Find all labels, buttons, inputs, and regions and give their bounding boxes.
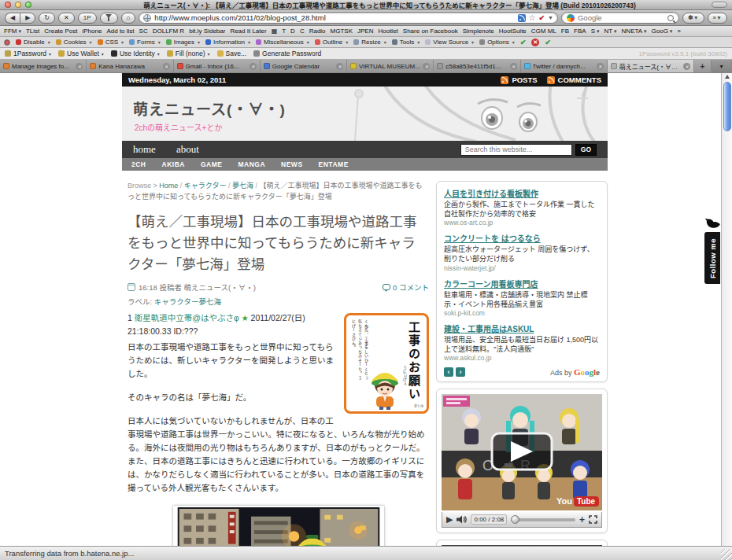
- delicious-check-icon[interactable]: [538, 14, 545, 22]
- new-tab-button[interactable]: [694, 60, 712, 72]
- forward-button[interactable]: ▶: [20, 13, 35, 24]
- category-game[interactable]: GAME: [201, 160, 223, 168]
- bookmark-item[interactable]: GooG: [652, 28, 673, 35]
- bookmark-item[interactable]: FFM: [4, 28, 21, 35]
- category-2ch[interactable]: 2CH: [131, 160, 146, 168]
- tab-close-icon[interactable]: [510, 63, 517, 70]
- use-identity-menu[interactable]: Use Identity: [111, 50, 160, 57]
- back-button[interactable]: ◀: [5, 13, 20, 24]
- devtool-menu[interactable]: CSS: [98, 39, 124, 46]
- tab-close-icon[interactable]: [163, 63, 170, 70]
- bookmark-item[interactable]: D: [290, 28, 295, 35]
- rss-subscribe-icon[interactable]: [518, 14, 526, 22]
- use-wallet-menu[interactable]: Use Wallet: [58, 50, 104, 57]
- label-link-character[interactable]: キャラクター: [154, 297, 199, 306]
- tab-twitter[interactable]: Twitter / dannych...: [521, 60, 608, 72]
- video-play-button[interactable]: [446, 515, 453, 524]
- ads-by-google-label[interactable]: Ads by Google: [550, 367, 600, 377]
- ad-title-link[interactable]: コンクリートを はつるなら: [444, 232, 600, 244]
- fill-menu[interactable]: Fill (none): [167, 50, 210, 57]
- bookmark-item[interactable]: DOLLFM R: [153, 28, 184, 35]
- bookmark-item[interactable]: iPhone: [83, 28, 102, 35]
- fullscreen-icon[interactable]: [589, 515, 597, 524]
- bookmarks-overflow-chevron[interactable]: »: [677, 28, 680, 35]
- video-seek-bar[interactable]: [511, 518, 575, 521]
- category-akiba[interactable]: AKIBA: [162, 160, 185, 168]
- devtool-menu[interactable]: Tools: [392, 39, 420, 46]
- bookmark-item[interactable]: C: [300, 28, 305, 35]
- category-news[interactable]: NEWS: [281, 160, 303, 168]
- bookmark-item[interactable]: Radio: [309, 28, 326, 35]
- tab-kana-hanazawa[interactable]: Kana Hanazawa: [87, 60, 173, 72]
- tab-google-calendar[interactable]: Google Calendar: [261, 60, 347, 72]
- blog-title[interactable]: 萌えニュース(・∀・): [133, 98, 286, 119]
- tab-gmail[interactable]: Gmail - Inbox (16...: [174, 60, 261, 72]
- seek-knob[interactable]: [511, 515, 519, 524]
- posts-feed-link[interactable]: POSTS: [501, 76, 537, 84]
- url-dropdown-icon[interactable]: [548, 15, 553, 20]
- bookmark-item[interactable]: Add to list: [106, 28, 134, 35]
- onepassword-menu[interactable]: 1Password: [5, 50, 51, 57]
- label-link-yumenanami[interactable]: 夢七海: [198, 297, 221, 306]
- video-add-button[interactable]: [579, 514, 585, 525]
- extension-menu-button[interactable]: ✽: [682, 13, 704, 24]
- devtool-menu[interactable]: Cookies: [56, 39, 92, 46]
- resize-grip[interactable]: [721, 549, 732, 560]
- nav-home-link[interactable]: home: [133, 143, 156, 156]
- stop-button[interactable]: ✕: [58, 13, 75, 24]
- devtool-menu[interactable]: Outline: [315, 39, 348, 46]
- search-go-button[interactable]: GO: [575, 144, 597, 156]
- tab-close-icon[interactable]: [250, 63, 257, 70]
- devtool-menu[interactable]: View Source: [425, 39, 474, 46]
- comments-feed-link[interactable]: COMMENTS: [547, 76, 601, 84]
- bookmark-item[interactable]: Create Post: [44, 28, 77, 35]
- tab-close-icon[interactable]: [76, 63, 83, 70]
- close-window-button[interactable]: [5, 2, 11, 8]
- zoom-window-button[interactable]: [25, 2, 31, 8]
- site-search-input[interactable]: [460, 144, 572, 156]
- css-valid-check-icon[interactable]: [520, 39, 527, 46]
- scrollbar-thumb[interactable]: [723, 82, 731, 131]
- comments-link[interactable]: 0 コメント: [383, 282, 429, 293]
- tab-close-icon[interactable]: [683, 63, 690, 70]
- search-icon[interactable]: [667, 15, 674, 21]
- bookmark-item[interactable]: TList: [26, 28, 39, 35]
- scroll-up-arrow-icon[interactable]: [725, 75, 730, 79]
- ad-title-link[interactable]: カラーコーン用看板専門店: [444, 278, 600, 289]
- devtool-menu[interactable]: Miscellaneous: [256, 39, 309, 46]
- filter-button[interactable]: [100, 13, 118, 24]
- breadcrumb-home-link[interactable]: Home: [159, 182, 184, 190]
- bookmark-star-icon[interactable]: [529, 14, 536, 22]
- bookmark-item[interactable]: JPEN: [357, 28, 373, 35]
- ads-next-arrow[interactable]: [456, 367, 465, 377]
- bookmark-item[interactable]: S: [591, 28, 600, 35]
- bookmark-item[interactable]: HootSuite: [499, 28, 527, 35]
- bookmark-item[interactable]: T: [282, 28, 286, 35]
- tab-close-icon[interactable]: [423, 63, 430, 70]
- web-search-field[interactable]: [561, 12, 679, 24]
- bookmark-item[interactable]: SC: [139, 28, 148, 35]
- bookmark-item[interactable]: FB: [561, 28, 569, 35]
- save-button[interactable]: Save...: [217, 50, 246, 57]
- ad-title-link[interactable]: 建設・工事用品はASKUL: [444, 322, 600, 334]
- construction-site-photo[interactable]: [173, 506, 384, 546]
- list-all-tabs-button[interactable]: [712, 60, 732, 72]
- follow-me-tab[interactable]: Follow me: [704, 232, 720, 284]
- tab-close-icon[interactable]: [336, 63, 343, 70]
- post-title[interactable]: 【萌え／工事現場】日本の工事現場や道路工事をもっと世界中に知ってもらうために新キ…: [128, 212, 429, 275]
- video-thumbnail[interactable]: O AR: [442, 394, 602, 510]
- tab-manage-images[interactable]: Manage Images fo...: [0, 60, 87, 72]
- url-input[interactable]: [154, 13, 514, 22]
- devtool-menu[interactable]: Images: [166, 39, 200, 46]
- devtool-menu[interactable]: Information: [205, 39, 250, 46]
- breadcrumb-category-link[interactable]: キャラクター: [184, 182, 232, 190]
- breadcrumb-tag-link[interactable]: 夢七海: [232, 182, 260, 190]
- bookmark-item[interactable]: bit.ly Sidebar: [189, 28, 225, 35]
- generate-password-button[interactable]: Generate Password: [253, 50, 321, 57]
- vertical-scrollbar[interactable]: [721, 73, 732, 546]
- devtool-menu[interactable]: Disable: [16, 39, 50, 46]
- reload-button[interactable]: ↻: [39, 13, 55, 24]
- follow-me-widget[interactable]: Follow me: [704, 217, 722, 284]
- more-tools-button[interactable]: »: [708, 13, 727, 24]
- construction-sign-image[interactable]: 工事のお願い うにぃげぇ くぬ先、工事をしいひーくとぅ気ちきてぃあっちみそーり。…: [344, 313, 429, 414]
